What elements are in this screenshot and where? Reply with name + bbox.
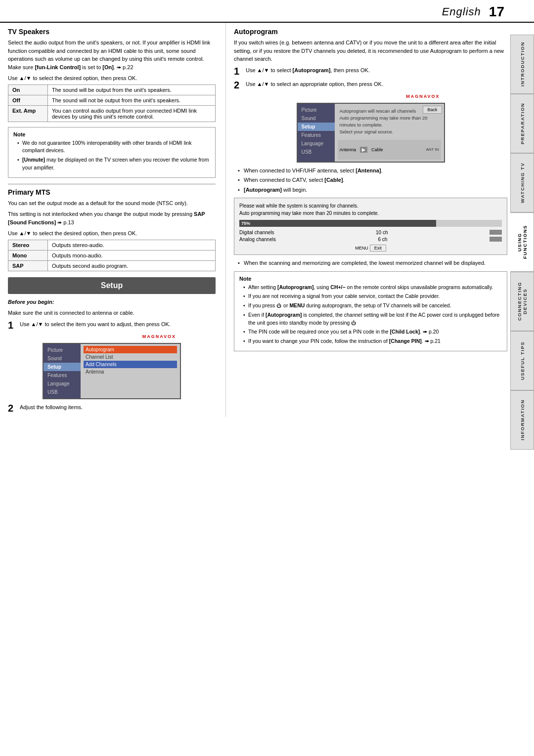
setup-section: Setup Before you begin: Make sure the un… [8, 277, 216, 413]
list-item: If you are not receiving a signal from y… [243, 293, 502, 300]
progress-mockup: Please wait while the system is scanning… [234, 198, 507, 255]
ap-menu-usb: USB [298, 148, 335, 156]
language-label: English [442, 5, 481, 18]
cable-label: Cable [371, 147, 383, 152]
stereo-key: Stereo [8, 240, 48, 250]
left-column: TV Speakers Select the audio output from… [8, 23, 225, 417]
tv-speakers-table: On The sound will be output from the uni… [8, 84, 216, 122]
table-row: Stereo Outputs stereo-audio. [8, 240, 216, 250]
ap-menu-language: Language [298, 139, 335, 148]
list-item: We do not guarantee 100% interoperabilit… [17, 139, 210, 155]
progress-text: Please wait while the system is scanning… [239, 202, 502, 217]
table-row: Mono Outputs mono-audio. [8, 250, 216, 260]
primary-mts-body2: This setting is not interlocked when you… [8, 210, 216, 226]
list-item: After setting [Autoprogram], using CH+/−… [243, 284, 502, 292]
menu-right-addchannels: Add Channels [84, 361, 177, 368]
ap-menu-setup: Setup [298, 123, 335, 131]
page-header: English 17 [0, 0, 534, 23]
progress-bar-fill: 75% [239, 220, 436, 227]
list-item: When connected to VHF/UHF antenna, selec… [238, 167, 507, 175]
ap-menu-sound: Sound [298, 114, 335, 123]
step-1-text: Use ▲/▼ to select [Autoprogram], then pr… [246, 66, 507, 75]
tab-information[interactable]: INFORMATION [510, 390, 534, 450]
step-number: 1 [8, 320, 17, 330]
list-item: When connected to CATV, select [Cable]. [238, 176, 507, 184]
magnavox-logo-2: MAGNAVOX [297, 94, 445, 99]
autoprogram-menu-mockup: MAGNAVOX Picture Sound Setup Features La… [297, 94, 445, 163]
digital-channels-row: Digital channels 10 ch [239, 230, 502, 235]
menu-left-panel: Picture Sound Setup Features Language US… [44, 344, 81, 398]
note-title: Note [13, 131, 210, 137]
analog-bar [490, 237, 502, 242]
progress-percent: 75% [241, 221, 250, 226]
ap-menu-picture: Picture [298, 106, 335, 114]
menu-display: Picture Sound Setup Features Language US… [43, 343, 181, 399]
post-progress-bullets: When the scanning and memorizing are com… [234, 259, 507, 267]
setup-menu-mockup: MAGNAVOX Picture Sound Setup Features La… [43, 334, 181, 399]
before-you-begin: Before you begin: [8, 298, 216, 306]
option-on-value: The sound will be output from the unit's… [48, 84, 216, 95]
table-row: On The sound will be output from the uni… [8, 84, 216, 95]
tv-speakers-body: Select the audio output from the unit's … [8, 39, 216, 71]
tv-speakers-section: TV Speakers Select the audio output from… [8, 28, 216, 178]
antenna-label: Antenna [340, 147, 356, 152]
analog-label: Analog channels [239, 237, 276, 242]
primary-mts-table: Stereo Outputs stereo-audio. Mono Output… [8, 240, 216, 271]
before-text: Make sure the unit is connected to anten… [8, 309, 216, 317]
menu-body: Picture Sound Setup Features Language US… [44, 344, 180, 398]
option-extamp-value: You can control audio output from your c… [48, 105, 216, 122]
digital-count: 10 ch [376, 230, 388, 235]
menu-item-usb: USB [44, 388, 81, 396]
setup-step2: 2 Adjust the following items. [8, 403, 216, 413]
step-1-num: 1 [234, 66, 243, 76]
option-on-key: On [8, 84, 48, 95]
tv-speakers-title: TV Speakers [8, 28, 216, 36]
antenna-selected: ▶ [360, 147, 367, 153]
primary-mts-body1: You can set the output mode as a default… [8, 199, 216, 208]
menu-right-autoprogram: Autoprogram [84, 346, 177, 353]
analog-count: 6 ch [378, 237, 388, 242]
list-item: [Unmute] may be displayed on the TV scre… [17, 156, 210, 172]
tab-watching-tv[interactable]: WATCHING TV [510, 153, 534, 212]
table-row: Ext. Amp You can control audio output fr… [8, 105, 216, 122]
exit-button[interactable]: Exit [370, 245, 386, 252]
option-off-value: The sound will not be output from the un… [48, 95, 216, 105]
sap-key: SAP [8, 260, 48, 271]
progress-bar: 75% [239, 220, 502, 227]
note-list: We do not guarantee 100% interoperabilit… [13, 139, 210, 172]
back-button[interactable]: Back [423, 106, 442, 114]
digital-label: Digital channels [239, 230, 274, 235]
analog-channels-row: Analog channels 6 ch [239, 237, 502, 242]
menu-right-panel: Autoprogram Channel List Add Channels An… [81, 344, 180, 398]
mono-value: Outputs mono-audio. [48, 250, 216, 260]
menu-item-sound: Sound [44, 354, 81, 363]
list-item: When the scanning and memorizing are com… [238, 259, 507, 267]
tab-preparation[interactable]: PREPARATION [510, 94, 534, 153]
autoprogram-note-list: After setting [Autoprogram], using CH+/−… [239, 284, 502, 345]
list-item: If you want to change your PIN code, fol… [243, 337, 502, 345]
menu-item-picture: Picture [44, 346, 81, 354]
autoprogram-body: If you switch wires (e.g. between antenn… [234, 39, 507, 63]
list-item: The PIN code will be required once you s… [243, 328, 502, 336]
section-tabs: INTRODUCTION PREPARATION WATCHING TV USI… [510, 35, 534, 450]
autoprogram-step1: 1 Use ▲/▼ to select [Autoprogram], then … [234, 66, 507, 76]
exit-area: MENU Exit [239, 245, 502, 251]
autoprogram-menu-left: Picture Sound Setup Features Language US… [298, 104, 335, 162]
tab-connecting-devices[interactable]: CONNECTING DEVICES [510, 272, 534, 331]
ap-menu-features: Features [298, 131, 335, 139]
tab-useful-tips[interactable]: USEFUL TIPS [510, 331, 534, 390]
magnavox-logo: MAGNAVOX [43, 334, 181, 339]
tab-introduction[interactable]: INTRODUCTION [510, 35, 534, 94]
mono-key: Mono [8, 250, 48, 260]
right-column: Autoprogram If you switch wires (e.g. be… [225, 23, 507, 417]
table-row: Off The sound will not be output from th… [8, 95, 216, 105]
setup-title: Setup [8, 277, 216, 294]
autoprogram-menu-right: Back Autoprogram will rescan all channel… [335, 104, 444, 162]
list-item: If you press ⏻ or MENU during autoprogra… [243, 302, 502, 310]
autoprogram-menu-body: Picture Sound Setup Features Language US… [298, 104, 444, 162]
tab-using-functions[interactable]: USING FUNCTIONS [510, 212, 534, 272]
autoprogram-section: Autoprogram If you switch wires (e.g. be… [234, 28, 507, 351]
step-2-text: Use ▲/▼ to select an appropriate option,… [246, 80, 507, 88]
page-number: 17 [489, 4, 504, 20]
step-2-num: 2 [234, 80, 243, 90]
